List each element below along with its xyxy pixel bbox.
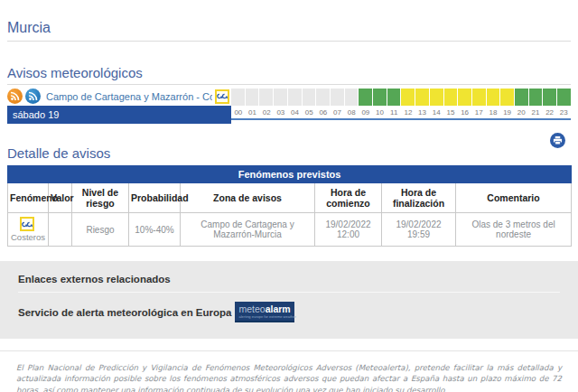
table-caption-row: Fenómenos previstos	[8, 166, 572, 183]
hour-label-19: 19	[500, 106, 515, 118]
coastal-phenomena-icon[interactable]	[20, 217, 34, 231]
hour-label-02: 02	[259, 106, 274, 118]
hour-cell-00	[231, 89, 245, 106]
hour-cell-21	[529, 89, 543, 106]
day-label-bar: sábado 19	[7, 106, 231, 124]
hour-label-07: 07	[331, 106, 345, 118]
hour-label-22: 22	[543, 106, 557, 118]
hour-cell-12	[401, 89, 415, 106]
phenomenon-label: Costeros	[11, 232, 45, 242]
meteoalarm-logo-alarm: alarm	[266, 304, 291, 314]
coastal-phenomena-icon[interactable]	[215, 89, 229, 104]
hour-cell-13	[415, 89, 429, 106]
hour-label-05: 05	[302, 106, 316, 118]
column-header-nivel: Nivel de riesgo	[72, 183, 129, 213]
hour-cell-10	[373, 89, 387, 106]
external-links-section: Enlaces externos relacionados Servicio d…	[0, 261, 578, 339]
hour-label-09: 09	[359, 106, 373, 118]
hour-cell-11	[387, 89, 401, 106]
column-header-zona: Zona de avisos	[181, 183, 315, 213]
cell-comentario: Olas de 3 metros del nordeste	[456, 213, 572, 247]
warnings-widget: Campo de Cartagena y Mazarrón - Costa sá…	[7, 87, 571, 124]
hour-cell-08	[345, 89, 359, 106]
page: Murcia Avisos meteorológicos Campo de Ca…	[0, 0, 578, 392]
hour-label-21: 21	[528, 106, 543, 118]
divider	[7, 84, 571, 85]
cell-probabilidad: 10%-40%	[129, 213, 181, 247]
hour-label-10: 10	[373, 106, 387, 118]
hour-cell-23	[557, 89, 571, 106]
hour-cell-18	[487, 89, 500, 106]
hour-label-11: 11	[387, 106, 401, 118]
column-header-finalizacion: Hora de finalización	[382, 183, 456, 213]
table-row: Costeros Riesgo 10%-40% Campo de Cartage…	[8, 213, 572, 247]
hour-cell-06	[316, 89, 330, 106]
warnings-left-panel: Campo de Cartagena y Mazarrón - Costa sá…	[7, 87, 231, 124]
cell-finalizacion: 19/02/2022 19:59	[382, 213, 456, 247]
column-header-probabilidad: Probabilidad	[129, 183, 181, 213]
hour-label-13: 13	[415, 106, 430, 118]
hour-cell-17	[472, 89, 486, 106]
hour-label-00: 00	[231, 106, 246, 118]
detail-section: Detalle de avisos Fenómenos previstos Fe…	[0, 145, 578, 247]
external-link-row: Servicio de alerta meteorológica en Euro…	[11, 293, 567, 322]
column-header-valor: Valor	[49, 183, 72, 213]
hour-cell-19	[500, 89, 514, 106]
rss-icon[interactable]	[25, 89, 41, 104]
hour-cells	[231, 89, 571, 106]
hour-cell-07	[331, 89, 344, 106]
meteoalarm-tagline: alerting europe for extreme weather	[238, 314, 291, 319]
column-header-fenomeno: Fenómeno	[8, 183, 49, 213]
hour-label-18: 18	[486, 106, 500, 118]
hour-label-17: 17	[471, 106, 486, 118]
hour-label-08: 08	[344, 106, 359, 118]
disclaimer-text: El Plan Nacional de Predicción y Vigilan…	[16, 362, 562, 392]
hour-cell-20	[515, 89, 528, 106]
hour-cell-01	[246, 89, 259, 106]
hour-cell-14	[430, 89, 443, 106]
meteoalarm-logo-meteo: meteo	[238, 304, 265, 314]
meteoalarm-logo[interactable]: meteoalarm alerting europe for extreme w…	[235, 302, 294, 322]
cell-nivel: Riesgo	[72, 213, 129, 247]
hour-cell-16	[458, 89, 471, 106]
section-title-detalle: Detalle de avisos	[0, 145, 578, 165]
warnings-timeline: 0001020304050607080910111213141516171819…	[231, 87, 571, 124]
hour-label-06: 06	[316, 106, 331, 118]
table-header-row: Fenómeno Valor Nivel de riesgo Probabili…	[8, 183, 572, 213]
divider	[0, 350, 578, 351]
hour-cell-02	[259, 89, 273, 106]
section-title-avisos: Avisos meteorológicos	[0, 42, 578, 84]
zone-row: Campo de Cartagena y Mazarrón - Costa	[7, 87, 231, 106]
hour-label-12: 12	[401, 106, 415, 118]
hour-label-04: 04	[288, 106, 303, 118]
warnings-table: Fenómenos previstos Fenómeno Valor Nivel…	[7, 165, 572, 247]
hour-label-20: 20	[514, 106, 528, 118]
zone-link[interactable]: Campo de Cartagena y Mazarrón - Costa	[46, 91, 212, 102]
hour-label-15: 15	[443, 106, 458, 118]
cell-comienzo: 19/02/2022 12:00	[315, 213, 382, 247]
hour-label-23: 23	[556, 106, 571, 118]
hour-label-01: 01	[246, 106, 260, 118]
external-link-label: Servicio de alerta meteorológica en Euro…	[18, 307, 231, 318]
hour-label-16: 16	[458, 106, 472, 118]
hour-cell-22	[543, 89, 556, 106]
cell-zona: Campo de Cartagena y Mazarrón-Murcia	[181, 213, 315, 247]
column-header-comentario: Comentario	[456, 183, 572, 213]
page-title: Murcia	[0, 0, 578, 41]
hour-label-03: 03	[274, 106, 288, 118]
rss-icon[interactable]	[7, 89, 23, 104]
cell-valor	[49, 213, 72, 247]
cell-fenomeno: Costeros	[8, 213, 49, 247]
external-links-title: Enlaces externos relacionados	[11, 272, 567, 292]
hour-cell-15	[444, 89, 458, 106]
hour-label-14: 14	[429, 106, 443, 118]
hour-labels: 0001020304050607080910111213141516171819…	[231, 106, 571, 120]
hour-cell-04	[288, 89, 302, 106]
table-caption: Fenómenos previstos	[8, 166, 572, 183]
hour-cell-05	[303, 89, 316, 106]
hour-cell-03	[274, 89, 287, 106]
printer-icon[interactable]	[550, 133, 565, 148]
column-header-comienzo: Hora de comienzo	[315, 183, 382, 213]
hour-cell-09	[359, 89, 372, 106]
